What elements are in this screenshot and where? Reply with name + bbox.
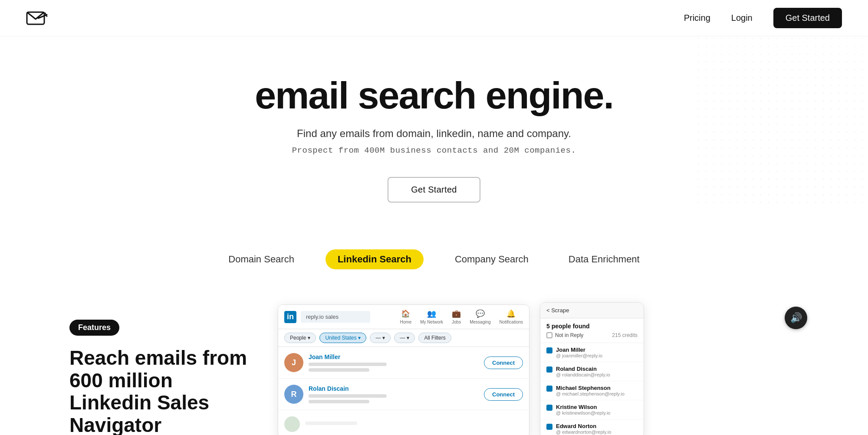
features-badge: Features xyxy=(69,320,119,336)
li-person-row-2: R Rolan Discain Connect xyxy=(278,379,529,410)
li-person-info-3 xyxy=(305,422,523,427)
li-nav-icons: 🏠 Home 👥 My Network 💼 Jobs 💬 Messaging xyxy=(400,309,523,324)
scrape-header: < Scrape xyxy=(540,303,644,318)
features-left: Features Reach emails from 600 million L… xyxy=(69,302,252,435)
li-logo-icon: in xyxy=(284,311,296,323)
li-connect-btn-1[interactable]: Connect xyxy=(484,357,523,369)
scrape-check xyxy=(546,332,552,338)
li-person-bar-2b xyxy=(309,400,369,403)
li-nav-messaging: 💬 Messaging xyxy=(470,309,490,324)
scrape-person-info-4: Kristine Wilson @ kristinewilson@reply.i… xyxy=(556,404,610,415)
hero-get-started-button[interactable]: Get Started xyxy=(388,177,480,203)
nav-pricing[interactable]: Pricing xyxy=(684,13,710,23)
nav-links: Pricing Login Get Started xyxy=(684,8,842,28)
li-nav-jobs: 💼 Jobs xyxy=(452,309,461,324)
li-search-box: reply.io sales xyxy=(301,311,370,323)
li-avatar-1: J xyxy=(284,353,303,372)
scrape-person-info-5: Edward Norton @ edwardnorton@reply.io xyxy=(556,423,611,435)
scrape-email-4: @ kristinewilson@reply.io xyxy=(556,410,610,415)
li-filter-all[interactable]: All Filters xyxy=(418,333,451,343)
scrape-checkbox-3[interactable] xyxy=(546,386,552,392)
tab-company-search[interactable]: Company Search xyxy=(446,249,537,269)
scrape-email-2: @ rolanddiscain@reply.io xyxy=(556,372,610,377)
scrape-person-row-1: Joan Miller @ joanmiller@reply.io xyxy=(540,343,644,362)
li-nav-home: 🏠 Home xyxy=(400,309,412,324)
scrape-person-info-1: Joan Miller @ joanmiller@reply.io xyxy=(556,347,602,358)
li-avatar-2: R xyxy=(284,385,303,404)
features-right: in reply.io sales 🏠 Home 👥 My Network 💼 … xyxy=(278,302,799,435)
hero-sub2: Prospect from 400M business contacts and… xyxy=(292,146,576,155)
tab-data-enrichment[interactable]: Data Enrichment xyxy=(560,249,648,269)
hero-subtitle: Find any emails from domain, linkedin, n… xyxy=(297,128,571,140)
tab-domain-search[interactable]: Domain Search xyxy=(220,249,303,269)
li-filter-people[interactable]: People ▾ xyxy=(284,333,316,343)
li-nav-notif: 🔔 Notifications xyxy=(500,309,523,324)
logo[interactable] xyxy=(26,9,49,28)
scrape-name-4: Kristine Wilson xyxy=(556,404,610,410)
scrape-person-info-3: Michael Stephenson @ michael.stephenson@… xyxy=(556,385,625,396)
scrape-not-in-reply: Not in Reply xyxy=(546,332,583,338)
tab-linkedin-search[interactable]: Linkedin Search xyxy=(326,249,424,269)
linkedin-mockup: in reply.io sales 🏠 Home 👥 My Network 💼 … xyxy=(278,304,529,435)
scrape-name-5: Edward Norton xyxy=(556,423,611,429)
li-person-name-2: Rolan Discain xyxy=(309,385,479,392)
scrape-email-3: @ michael.stephenson@reply.io xyxy=(556,391,625,396)
scrape-checkbox-1[interactable] xyxy=(546,347,552,353)
li-person-info-2: Rolan Discain xyxy=(309,385,479,403)
li-person-row-3 xyxy=(278,410,529,435)
scrape-back-button[interactable]: < Scrape xyxy=(546,307,569,314)
scrape-credits-value: 215 credits xyxy=(612,332,638,338)
li-filter-extra1[interactable]: — ▾ xyxy=(370,333,391,343)
li-connect-btn-2[interactable]: Connect xyxy=(484,388,523,401)
li-filter-extra2[interactable]: — ▾ xyxy=(394,333,415,343)
scrape-person-row-5: Edward Norton @ edwardnorton@reply.io xyxy=(540,419,644,435)
scrape-person-row-3: Michael Stephenson @ michael.stephenson@… xyxy=(540,381,644,400)
logo-icon xyxy=(26,9,49,28)
li-person-bar-1a xyxy=(309,363,387,366)
scrape-title: 5 people found xyxy=(540,318,644,332)
li-person-bar-1b xyxy=(309,368,369,372)
features-section: Features Reach emails from 600 million L… xyxy=(0,285,868,435)
scrape-mockup: < Scrape 5 people found Not in Reply 215… xyxy=(540,302,644,435)
nav-get-started-button[interactable]: Get Started xyxy=(773,8,842,28)
scrape-checkbox-5[interactable] xyxy=(546,424,552,430)
scrape-email-1: @ joanmiller@reply.io xyxy=(556,353,602,358)
scrape-name-3: Michael Stephenson xyxy=(556,385,625,391)
scrape-credits-row: Not in Reply 215 credits xyxy=(540,332,644,343)
scrape-person-row-2: Roland Discain @ rolanddiscain@reply.io xyxy=(540,362,644,381)
li-filters: People ▾ United States ▾ — ▾ — ▾ All Fil… xyxy=(278,329,529,347)
li-person-bar-2a xyxy=(309,394,387,398)
li-avatar-3 xyxy=(284,416,300,432)
li-person-row-1: J Joan Miller Connect xyxy=(278,347,529,379)
features-heading: Reach emails from 600 million Linkedin S… xyxy=(69,347,252,435)
li-filter-country[interactable]: United States ▾ xyxy=(319,333,366,343)
scrape-email-5: @ edwardnorton@reply.io xyxy=(556,429,611,435)
scrape-checkbox-4[interactable] xyxy=(546,405,552,411)
feature-tabs: Domain Search Linkedin Search Company Se… xyxy=(0,229,868,285)
scrape-name-2: Roland Discain xyxy=(556,366,610,372)
nav-login[interactable]: Login xyxy=(731,13,753,23)
scrape-checkbox-2[interactable] xyxy=(546,366,552,373)
hero-section: email search engine. Find any emails fro… xyxy=(0,36,868,229)
scrape-person-info-2: Roland Discain @ rolanddiscain@reply.io xyxy=(556,366,610,377)
li-person-bar-3a xyxy=(305,422,357,425)
navbar: Pricing Login Get Started xyxy=(0,0,868,36)
li-person-name-1: Joan Miller xyxy=(309,353,479,360)
scrape-name-1: Joan Miller xyxy=(556,347,602,353)
li-person-info-1: Joan Miller xyxy=(309,353,479,372)
li-top-bar: in reply.io sales 🏠 Home 👥 My Network 💼 … xyxy=(278,305,529,329)
hero-title: email search engine. xyxy=(255,75,613,115)
scrape-person-row-4: Kristine Wilson @ kristinewilson@reply.i… xyxy=(540,400,644,419)
li-nav-network: 👥 My Network xyxy=(420,309,443,324)
